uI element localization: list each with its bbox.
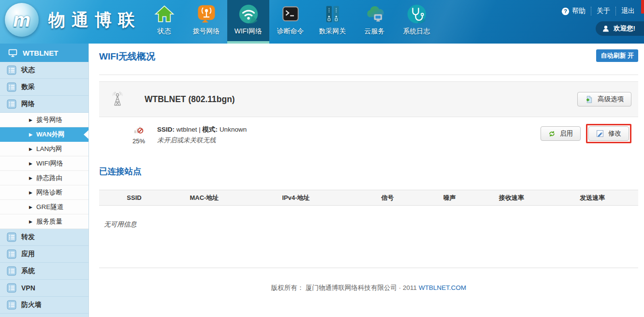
- nav-tab-cloud-service[interactable]: 云服务: [353, 0, 395, 44]
- footer-link[interactable]: WTBLNET.COM: [419, 284, 466, 291]
- connected-stations-heading: 已连接站点: [99, 166, 638, 177]
- nav-label: 拨号网络: [193, 27, 220, 36]
- brand-logo: m 物通博联: [5, 3, 141, 37]
- edit-label: 修改: [608, 129, 621, 138]
- welcome-badge[interactable]: 欢迎您!: [596, 21, 644, 36]
- triangle-icon: ▶: [29, 205, 32, 210]
- separator: |: [199, 126, 201, 133]
- nav-tab-system-logs[interactable]: 系统日志: [395, 0, 438, 44]
- sidebar-sub-gre-tunnel[interactable]: ▶GRE隧道: [0, 200, 88, 214]
- help-link[interactable]: ? 帮助: [556, 7, 591, 15]
- edit-button[interactable]: 修改: [588, 126, 629, 141]
- advanced-options-label: 高级选项: [598, 95, 624, 104]
- triangle-icon: ▶: [29, 147, 32, 151]
- sidebar-item-label: 转发: [21, 233, 35, 242]
- nav-tab-wifi-network[interactable]: WIFI网络: [227, 0, 269, 44]
- antenna-tower-icon: [109, 91, 126, 108]
- sidebar-sub-lan[interactable]: ▶LAN内网: [0, 142, 88, 156]
- cloud-icon: [364, 3, 385, 25]
- header-links: ? 帮助 关于 退出: [556, 7, 640, 15]
- nav-label: 状态: [158, 27, 171, 36]
- about-label: 关于: [597, 7, 610, 15]
- wifi-detail-row: 25% SSID: wtblnet | 模式: Unknown 未开启或未关联无…: [99, 117, 638, 151]
- triangle-icon: ▶: [29, 132, 32, 137]
- logout-link[interactable]: 退出: [615, 7, 640, 15]
- main-content: WIFI无线概况 自动刷新 开 WTBLNET (802.11bgn) 高级选项…: [89, 44, 644, 317]
- sidebar-item-applications[interactable]: 应用: [0, 246, 88, 263]
- sidebar-sub-label: 静态路由: [36, 174, 62, 182]
- main-nav: 状态 拨号网络 WIFI网络 诊断命令 数采网关: [143, 0, 438, 44]
- empty-table-message: 无可用信息: [104, 220, 638, 229]
- nav-tab-diagnostics[interactable]: 诊断命令: [269, 0, 311, 44]
- about-link[interactable]: 关于: [591, 7, 615, 15]
- signal-disabled-icon: [133, 124, 145, 135]
- list-icon: [7, 266, 16, 276]
- triangle-icon: ▶: [29, 161, 32, 166]
- nav-label: 系统日志: [403, 27, 430, 36]
- autorefresh-toggle[interactable]: 自动刷新 开: [596, 49, 638, 62]
- triangle-icon: ▶: [29, 190, 32, 195]
- enable-label: 启用: [560, 129, 573, 138]
- sidebar: WTBLNET 状态 数采 网络 ▶拨号网络 ▶WAN外网 ▶LAN内网 ▶WI…: [0, 44, 89, 317]
- triangle-icon: ▶: [29, 118, 32, 122]
- nav-tab-data-gateway[interactable]: 数采网关: [311, 0, 353, 44]
- ssid-label: SSID:: [157, 126, 175, 133]
- sidebar-sub-label: LAN内网: [36, 145, 62, 153]
- sidebar-sub-dial-network[interactable]: ▶拨号网络: [0, 113, 88, 127]
- sidebar-sub-network-diagnostics[interactable]: ▶网络诊断: [0, 185, 88, 200]
- column-header: SSID: [99, 194, 169, 201]
- triangle-icon: ▶: [29, 176, 32, 181]
- wifi-info: SSID: wtblnet | 模式: Unknown 未开启或未关联无线: [157, 124, 247, 145]
- sidebar-device-title: WTBLNET: [0, 44, 88, 62]
- wifi-status-text: 未开启或未关联无线: [157, 136, 247, 145]
- sidebar-sub-label: 拨号网络: [36, 116, 62, 124]
- logout-label: 退出: [621, 7, 635, 15]
- signal-percent: 25%: [127, 137, 150, 145]
- column-header: 噪声: [423, 194, 477, 202]
- sidebar-title-label: WTBLNET: [23, 49, 58, 57]
- advanced-options-button[interactable]: 高级选项: [577, 92, 631, 106]
- sidebar-sub-label: 服务质量: [36, 217, 62, 226]
- sidebar-item-data-acquisition[interactable]: 数采: [0, 79, 88, 96]
- sidebar-item-forwarding[interactable]: 转发: [0, 229, 88, 246]
- sidebar-sub-qos[interactable]: ▶服务质量: [0, 214, 88, 229]
- sidebar-sub-wan[interactable]: ▶WAN外网: [0, 127, 88, 142]
- copyright-text: 版权所有： 厦门物通博联网络科技有限公司 · 2011: [271, 284, 417, 291]
- sidebar-item-network[interactable]: 网络: [0, 96, 88, 113]
- footer: 版权所有： 厦门物通博联网络科技有限公司 · 2011 WTBLNET.COM: [99, 284, 638, 292]
- divider: [99, 268, 638, 268]
- nav-tab-status[interactable]: 状态: [143, 0, 185, 44]
- logo-sphere-icon: m: [5, 3, 39, 37]
- ssid-line: SSID: wtblnet | 模式: Unknown: [157, 125, 247, 135]
- sidebar-sub-label: WIFI网络: [36, 159, 63, 168]
- wifi-icon: [238, 3, 259, 25]
- sidebar-sub-label: GRE隧道: [36, 203, 63, 211]
- top-header: m 物通博联 状态 拨号网络 WIFI网络 诊断命令: [0, 0, 644, 44]
- gateway-icon: [322, 3, 343, 25]
- enable-button[interactable]: 启用: [541, 126, 581, 141]
- list-icon: [7, 82, 16, 92]
- sidebar-sub-label: 网络诊断: [36, 188, 62, 197]
- sidebar-item-status[interactable]: 状态: [0, 62, 88, 79]
- red-corner-strip: [641, 0, 644, 14]
- sidebar-item-label: 系统: [21, 267, 35, 275]
- sidebar-sub-static-route[interactable]: ▶静态路由: [0, 171, 88, 185]
- stations-table-header: SSID MAC-地址 IPv4-地址 信号 噪声 接收速率 发送速率: [99, 190, 638, 206]
- mode-label: 模式:: [203, 126, 218, 133]
- svg-text:?: ?: [564, 8, 567, 14]
- sidebar-item-vpn[interactable]: VPN: [0, 280, 88, 297]
- question-icon: ?: [561, 7, 570, 15]
- sidebar-item-label: VPN: [21, 284, 35, 292]
- sidebar-item-label: 应用: [21, 250, 35, 258]
- mode-value: Unknown: [220, 126, 247, 133]
- column-header: 信号: [352, 194, 423, 202]
- nav-tab-dial-network[interactable]: 拨号网络: [185, 0, 227, 44]
- list-icon: [7, 65, 16, 75]
- sidebar-item-label: 状态: [21, 66, 35, 75]
- ssid-value: wtblnet: [176, 126, 197, 133]
- sidebar-sub-wifi[interactable]: ▶WIFI网络: [0, 156, 88, 171]
- sidebar-item-system[interactable]: 系统: [0, 263, 88, 280]
- dial-network-icon: [196, 3, 217, 25]
- nav-label: 云服务: [365, 27, 385, 36]
- sidebar-item-firewall[interactable]: 防火墙: [0, 297, 88, 314]
